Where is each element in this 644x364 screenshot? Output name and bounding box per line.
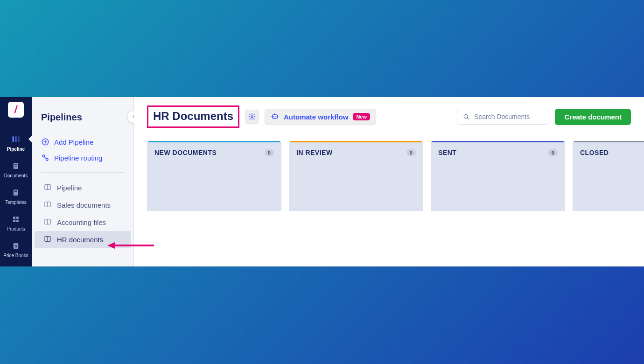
column-title: NEW DOCUMENTS xyxy=(154,149,217,156)
plus-circle-icon xyxy=(41,138,49,146)
sidebar-entry-sales[interactable]: Sales documents xyxy=(35,196,131,214)
board-icon xyxy=(44,201,51,210)
sidebar-entry-label: HR documents xyxy=(57,236,103,244)
column-count-badge: 0 xyxy=(406,149,416,156)
page-title-highlight: HR Documents xyxy=(147,105,239,128)
board-icon xyxy=(44,235,51,244)
add-pipeline-link[interactable]: Add Pipeline xyxy=(32,134,133,150)
column-title: SENT xyxy=(438,149,456,156)
robot-icon xyxy=(271,112,279,122)
topbar: HR Documents Automate workflow New Creat… xyxy=(134,97,644,134)
svg-rect-7 xyxy=(14,191,17,192)
sidebar-entry-label: Sales documents xyxy=(57,201,111,209)
app-logo[interactable]: / xyxy=(8,102,24,118)
svg-rect-22 xyxy=(273,115,278,119)
settings-button[interactable] xyxy=(245,110,259,124)
search-input[interactable] xyxy=(473,112,543,121)
svg-rect-8 xyxy=(13,217,15,219)
rail-label: Documents xyxy=(4,173,28,178)
svg-rect-1 xyxy=(15,136,16,142)
main-content: HR Documents Automate workflow New Creat… xyxy=(134,97,644,266)
pricebooks-icon: $ xyxy=(11,241,21,251)
sidebar-title: Pipelines xyxy=(32,105,133,134)
svg-point-21 xyxy=(251,116,253,118)
svg-point-25 xyxy=(464,114,468,118)
rail-label: Templates xyxy=(5,200,27,205)
svg-rect-2 xyxy=(18,136,19,142)
column-in-review[interactable]: IN REVIEW 0 xyxy=(289,141,423,211)
rail-item-pricebooks[interactable]: $ Price Books xyxy=(0,238,32,263)
column-sent[interactable]: SENT 0 xyxy=(431,141,565,211)
rail-item-templates[interactable]: Templates xyxy=(0,185,32,210)
svg-rect-5 xyxy=(14,166,17,166)
svg-rect-0 xyxy=(13,136,14,142)
slash-icon: / xyxy=(14,104,18,116)
board-icon xyxy=(44,183,51,192)
rail-label: Products xyxy=(7,226,25,231)
column-title: CLOSED xyxy=(580,149,609,156)
svg-marker-27 xyxy=(107,242,115,249)
column-count-badge: 0 xyxy=(548,149,558,156)
automate-workflow-label: Automate workflow xyxy=(284,113,348,121)
column-count-badge: 0 xyxy=(265,149,274,156)
rail-label: Price Books xyxy=(3,253,28,258)
app-window: / Pipeline Documents Templates Products xyxy=(0,97,644,266)
svg-rect-10 xyxy=(13,220,15,222)
sidebar-entry-pipeline[interactable]: Pipeline xyxy=(35,179,131,196)
rail-label: Pipeline xyxy=(7,147,25,152)
sidebar-entry-accounting[interactable]: Accounting files xyxy=(35,214,131,231)
svg-rect-6 xyxy=(14,189,18,196)
routing-icon xyxy=(41,154,49,162)
board-icon xyxy=(44,218,51,227)
rail-item-products[interactable]: Products xyxy=(0,211,32,236)
svg-point-24 xyxy=(275,116,276,117)
products-icon xyxy=(11,214,21,224)
search-box[interactable] xyxy=(457,109,549,125)
templates-icon xyxy=(11,188,21,198)
rail-item-pipeline[interactable]: Pipeline xyxy=(0,132,32,156)
pipeline-routing-label: Pipeline routing xyxy=(54,154,102,162)
svg-rect-11 xyxy=(16,220,19,222)
automate-workflow-button[interactable]: Automate workflow New xyxy=(265,109,376,125)
sidebar-entry-label: Accounting files xyxy=(57,218,106,226)
add-pipeline-label: Add Pipeline xyxy=(54,138,93,146)
create-document-button[interactable]: Create document xyxy=(555,109,631,125)
pipeline-routing-link[interactable]: Pipeline routing xyxy=(32,150,133,166)
sidebar-entry-label: Pipeline xyxy=(57,184,82,192)
column-closed[interactable]: CLOSED xyxy=(573,141,644,211)
annotation-arrow xyxy=(107,241,154,250)
svg-rect-4 xyxy=(14,164,17,165)
svg-point-23 xyxy=(273,116,274,117)
svg-rect-9 xyxy=(16,217,19,219)
search-icon xyxy=(463,113,469,120)
global-nav-rail: / Pipeline Documents Templates Products xyxy=(0,97,32,266)
pipeline-icon xyxy=(11,134,21,145)
new-badge: New xyxy=(353,113,370,120)
rail-item-documents[interactable]: Documents xyxy=(0,158,32,183)
documents-icon xyxy=(11,161,21,171)
column-new-documents[interactable]: NEW DOCUMENTS 0 xyxy=(147,141,281,211)
sidebar-divider xyxy=(41,172,124,173)
gear-icon xyxy=(248,113,256,120)
column-title: IN REVIEW xyxy=(296,149,333,156)
page-title: HR Documents xyxy=(153,110,233,123)
kanban-board: NEW DOCUMENTS 0 IN REVIEW 0 SENT 0 xyxy=(134,134,644,211)
